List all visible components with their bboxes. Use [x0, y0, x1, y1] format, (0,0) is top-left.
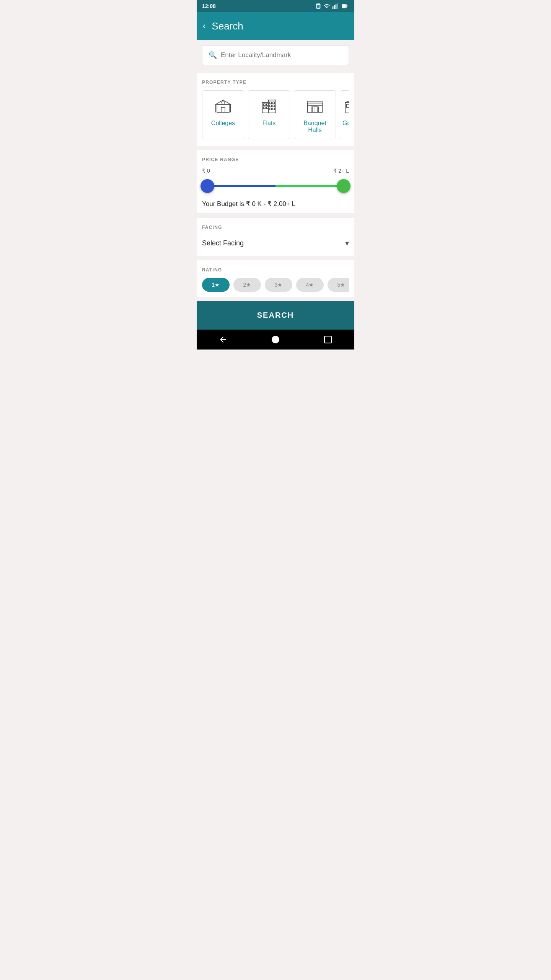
svg-rect-37: [346, 105, 349, 108]
battery-icon: [341, 3, 349, 9]
banquet-icon: [306, 98, 324, 116]
price-slider[interactable]: [202, 178, 349, 194]
status-bar: 12:08: [197, 0, 354, 12]
rating-pills: 1★ 2★ 3★ 4★ 5★: [202, 278, 349, 292]
rating-title: RATING: [202, 267, 349, 273]
svg-rect-27: [273, 108, 275, 110]
svg-rect-24: [270, 105, 272, 107]
svg-rect-4: [336, 4, 337, 9]
svg-rect-2: [333, 7, 334, 9]
svg-rect-18: [264, 104, 266, 106]
sim-icon: [315, 3, 321, 9]
rating-pill-5[interactable]: 5★: [328, 278, 349, 292]
facing-dropdown[interactable]: Select Facing ▾: [202, 235, 349, 251]
svg-rect-8: [342, 4, 346, 8]
svg-point-41: [272, 336, 279, 343]
svg-rect-11: [217, 105, 229, 113]
signal-icon: [332, 3, 338, 9]
chevron-down-icon: ▾: [345, 238, 349, 248]
search-icon: 🔍: [209, 51, 217, 59]
divider-2: [197, 256, 354, 256]
search-box[interactable]: 🔍: [202, 45, 349, 65]
header: ‹ Search: [197, 12, 354, 40]
property-card-godown[interactable]: Godown: [340, 90, 349, 139]
bottom-nav: [197, 330, 354, 350]
rating-pill-2[interactable]: 2★: [233, 278, 261, 292]
svg-rect-3: [334, 5, 335, 9]
svg-rect-20: [264, 107, 266, 109]
nav-recent-icon[interactable]: [323, 335, 333, 344]
content: 🔍 PROPERTY TYPE Colleges: [197, 40, 354, 330]
rating-pill-1[interactable]: 1★: [202, 278, 230, 292]
property-type-section: PROPERTY TYPE Colleges: [197, 73, 354, 146]
facing-section: FACING Select Facing ▾: [197, 217, 354, 256]
rating-pill-3[interactable]: 3★: [265, 278, 292, 292]
rating-section: RATING 1★ 2★ 3★ 4★ 5★: [197, 260, 354, 297]
nav-back-icon[interactable]: [218, 335, 228, 344]
svg-rect-25: [273, 105, 275, 107]
svg-rect-22: [270, 102, 272, 104]
price-range-title: PRICE RANGE: [202, 157, 349, 162]
price-max-label: ₹ 2+ L: [333, 168, 349, 174]
status-icons: [315, 3, 349, 9]
divider-1: [197, 213, 354, 214]
search-container: 🔍: [197, 40, 354, 69]
property-type-title: PROPERTY TYPE: [202, 80, 349, 85]
property-card-flats[interactable]: Flats: [248, 90, 290, 139]
svg-rect-12: [221, 108, 225, 113]
property-type-list: Colleges Flats: [202, 90, 349, 141]
godown-label: Godown: [342, 120, 349, 127]
svg-rect-26: [270, 108, 272, 110]
property-card-colleges[interactable]: Colleges: [202, 90, 244, 139]
slider-thumb-min[interactable]: [201, 179, 214, 193]
price-min-label: ₹ 0: [202, 168, 210, 174]
facing-select-text: Select Facing: [202, 239, 244, 247]
svg-point-13: [222, 101, 225, 104]
colleges-icon: [214, 98, 232, 116]
status-time: 12:08: [202, 3, 216, 9]
nav-home-icon[interactable]: [271, 335, 280, 344]
rating-pill-4[interactable]: 4★: [296, 278, 324, 292]
banquet-label: Banquet Halls: [298, 120, 332, 134]
slider-track: [202, 185, 349, 187]
budget-text: Your Budget is ₹ 0 K - ₹ 2,00+ L: [202, 200, 349, 208]
price-labels: ₹ 0 ₹ 2+ L: [202, 168, 349, 174]
colleges-label: Colleges: [211, 120, 235, 127]
godown-icon: [344, 98, 349, 116]
back-button[interactable]: ‹: [203, 21, 205, 31]
svg-rect-1: [317, 5, 320, 8]
flats-icon: [260, 98, 278, 116]
locality-search-input[interactable]: [221, 51, 342, 59]
wifi-icon: [324, 3, 330, 9]
svg-rect-5: [337, 3, 338, 9]
svg-rect-42: [324, 336, 331, 343]
search-button[interactable]: SEARCH: [197, 301, 354, 330]
svg-rect-34: [345, 103, 349, 113]
svg-rect-23: [273, 102, 275, 104]
price-range-section: PRICE RANGE ₹ 0 ₹ 2+ L Your Budget is ₹ …: [197, 150, 354, 213]
flats-label: Flats: [262, 120, 276, 127]
property-card-banquet[interactable]: Banquet Halls: [294, 90, 336, 139]
svg-rect-9: [347, 5, 347, 7]
header-title: Search: [212, 20, 243, 32]
slider-thumb-max[interactable]: [337, 179, 350, 193]
facing-title: FACING: [202, 225, 349, 230]
svg-marker-10: [216, 100, 230, 104]
svg-line-35: [345, 100, 349, 103]
